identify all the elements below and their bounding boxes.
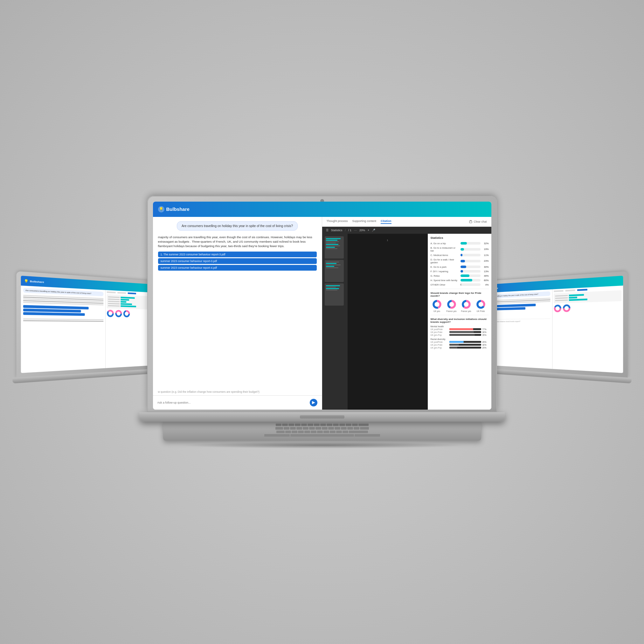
donut-item-4: UK Pride <box>474 299 487 312</box>
send-icon <box>312 401 315 404</box>
stats-title: Statistics <box>431 236 489 239</box>
toolbar-page-indicator: / 1 <box>348 229 351 232</box>
app-logo: 💡 Bulbshare <box>158 206 190 212</box>
chat-panel: Are consumers travelling on holiday this… <box>153 217 322 410</box>
citation-link-1[interactable]: 1. The summer 2023 consumer behaviour re… <box>158 252 317 257</box>
citation-toolbar: ☰ Statistics / / 1 — 20% + 🎤 <box>322 227 491 234</box>
bg-donuts-right <box>554 302 621 312</box>
diversity-item-mental: Mental health UK postPride <box>431 325 489 336</box>
citation-panel: Thought process Supporting content Citat… <box>322 217 491 410</box>
clear-chat-label: Clear chat <box>474 220 487 223</box>
citation-tabs: Thought process Supporting content Citat… <box>327 219 391 224</box>
svg-marker-10 <box>312 401 315 404</box>
bg-donut-3 <box>123 310 130 317</box>
stat-item-h: H. Spend time with family 60% <box>431 279 489 282</box>
donut-chart-1 <box>432 299 442 309</box>
tab-supporting-content[interactable]: Supporting content <box>352 219 377 224</box>
donut-item-2: France yes <box>445 299 458 312</box>
tab-thought-process[interactable]: Thought process <box>327 219 348 224</box>
chat-messages: majority of consumers are travelling thi… <box>153 235 322 387</box>
laptop-keyboard <box>163 422 481 441</box>
logo-text: Bulbshare <box>166 206 190 212</box>
laptop-lid: 💡 Bulbshare Are consumers travelling on … <box>147 196 497 412</box>
pdf-page-label: 1 <box>387 239 388 242</box>
chat-followup-text: w question (e.g. Did the inflation chang… <box>153 388 322 395</box>
laptop-screen-wrapper: 💡 Bulbshare Are consumers travelling on … <box>147 196 497 412</box>
app-header: 💡 Bulbshare <box>153 202 491 217</box>
app-body: Are consumers travelling on holiday this… <box>153 217 491 410</box>
bg-donut-r2 <box>563 304 571 312</box>
pdf-main-view: 1 <box>348 234 428 410</box>
stat-item-a: A. Go on a trip 32% <box>431 242 489 245</box>
chat-input-area <box>153 395 322 410</box>
bg-donut-2 <box>115 310 122 317</box>
chat-input[interactable] <box>157 401 307 404</box>
citation-link-3[interactable]: summer 2023 consumer behaviour report-4.… <box>158 265 317 271</box>
pride-title: Should brands change their logo for Prid… <box>431 292 489 297</box>
pdf-thumb-3[interactable] <box>325 283 344 306</box>
donut-chart-4 <box>476 299 486 309</box>
donut-item-3: France yes <box>460 299 473 312</box>
bg-donut-r1 <box>554 304 561 312</box>
pdf-sidebar <box>322 234 348 410</box>
citation-link-2[interactable]: summer 2023 consumer behaviour report-0.… <box>158 258 317 264</box>
laptop-base <box>139 412 505 422</box>
clear-chat-button[interactable]: Clear chat <box>469 220 487 223</box>
diversity-label-racial: Racial diversity <box>431 338 489 340</box>
diversity-title: What diversity and inclusion initiatives… <box>431 318 489 323</box>
toolbar-zoom-in[interactable]: + <box>368 229 369 232</box>
diversity-item-racial: Racial diversity UK postPride <box>431 338 489 349</box>
bg-stats-right <box>554 290 621 303</box>
stat-item-b: B. Go to a restaurant or bar 19% <box>431 246 489 252</box>
logo-icon: 💡 <box>158 206 164 212</box>
chat-response: majority of consumers are travelling thi… <box>158 235 317 249</box>
stat-item-c: C. Medical items 11% <box>431 254 489 257</box>
diversity-bars-mental: UK postPride 77% <box>431 328 489 336</box>
stat-item-e: E. Go to a park 30% <box>431 266 489 268</box>
stat-item-other: OTHER Other 4% <box>431 283 489 286</box>
stat-item-d: D. Go for a walk / their garden 23% <box>431 258 489 264</box>
laptop-shadow <box>179 442 465 448</box>
donuts-row: UK yes France yes <box>431 299 489 312</box>
scene: 💡 Bulbshare Are consumers travelling on … <box>0 0 644 644</box>
toolbar-audio-icon: 🎤 <box>372 229 375 232</box>
bg-right-right <box>552 285 623 373</box>
citation-content: 1 Statistics A. Go on a trip <box>322 234 491 410</box>
chat-question: Are consumers travelling on holiday this… <box>177 221 298 231</box>
stats-panel: Statistics A. Go on a trip 32% <box>428 234 491 410</box>
send-button[interactable] <box>310 399 317 406</box>
citation-header: Thought process Supporting content Citat… <box>322 217 491 227</box>
bg-chat-left: Are consumers travelling on holiday this… <box>21 285 106 373</box>
donut-chart-3 <box>461 299 471 309</box>
toolbar-menu-icon: ☰ <box>326 229 329 232</box>
main-laptop: 💡 Bulbshare Are consumers travelling on … <box>139 196 505 448</box>
pdf-thumb-2[interactable] <box>325 260 344 282</box>
diversity-label-mental: Mental health <box>431 325 489 328</box>
stat-item-f: F. DIY / repairing 13% <box>431 270 489 273</box>
bg-logo-left: Bulbshare <box>30 280 44 283</box>
diversity-section: What diversity and inclusion initiatives… <box>431 315 489 349</box>
trash-icon <box>469 220 472 223</box>
bg-donut-1 <box>107 309 114 317</box>
pdf-thumb-1[interactable] <box>325 236 344 259</box>
diversity-bars-racial: UK postPride 45% <box>431 341 489 349</box>
svg-rect-11 <box>469 221 472 223</box>
toolbar-zoom: 20% <box>359 229 365 232</box>
stat-item-g: G. Relax 46% <box>431 274 489 277</box>
tab-citation[interactable]: Citation <box>381 219 391 224</box>
donuts-section: Should brands change their logo for Prid… <box>431 289 489 312</box>
donut-chart-2 <box>447 299 457 309</box>
donut-item-1: UK yes <box>431 299 443 312</box>
toolbar-stats-label: Statistics <box>331 229 343 232</box>
screen-inner: 💡 Bulbshare Are consumers travelling on … <box>153 202 491 410</box>
